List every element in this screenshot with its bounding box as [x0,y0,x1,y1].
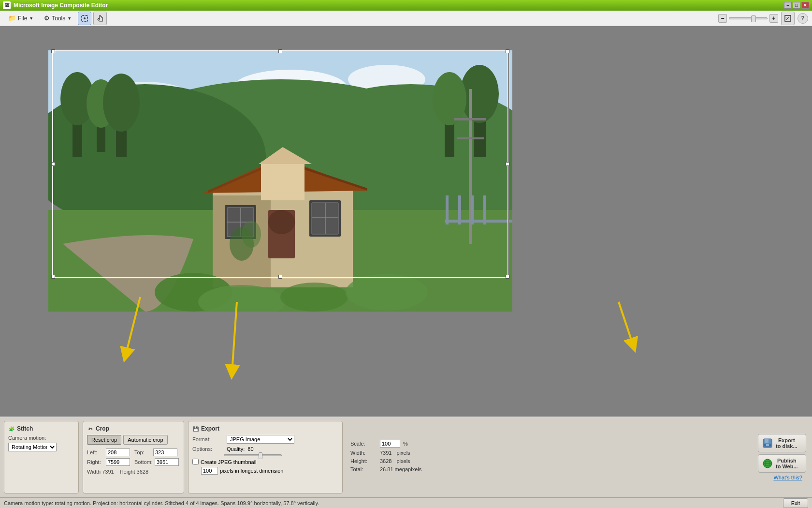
crop-width-label: Width 7391 [87,469,114,475]
svg-line-58 [232,302,237,372]
menubar: 📁 File ▼ ⚙ Tools ▼ − + [0,11,812,26]
quality-value: 80 [247,446,253,452]
output-height-row: Height: 3628 pixels [350,458,421,464]
zoom-slider[interactable] [729,17,768,19]
crop-handle-middle-left[interactable] [51,162,55,166]
create-thumbnail-checkbox[interactable] [192,459,199,465]
hand-icon [96,15,104,22]
stitch-panel-title: 🧩 Stitch [8,425,74,432]
output-height-unit: pixels [396,458,410,464]
tools-icon: ⚙ [44,15,50,22]
toolbar-right: − + ? [718,12,808,25]
quality-slider-row [192,454,338,456]
select-tool-button[interactable] [78,12,91,25]
crop-height-label: Height 3628 [120,469,148,475]
crop-handle-top-left[interactable] [51,49,55,53]
crop-handle-middle-right[interactable] [506,162,509,166]
fit-to-window-button[interactable] [781,12,795,25]
crop-panel: ✂ Crop Reset crop Automatic crop Left: T… [83,421,184,493]
hand-tool-button[interactable] [93,12,107,25]
output-width-unit: pixels [396,450,410,456]
canvas-area[interactable] [0,26,812,416]
stitch-icon: 🧩 [8,425,15,432]
file-dropdown-icon: ▼ [29,16,33,21]
crop-handle-top-right[interactable] [506,49,509,53]
publish-to-web-button[interactable]: Publishto Web... [758,454,806,473]
export-disk-icon [762,438,773,448]
window-controls: − □ ✕ [784,2,809,9]
svg-rect-61 [765,439,768,443]
svg-rect-63 [766,444,769,446]
zoom-thumb[interactable] [751,15,756,22]
scale-label: Scale: [350,441,377,447]
scale-row: Scale: % [350,440,421,448]
left-input[interactable] [106,448,130,456]
status-text: Camera motion type: rotating motion. Pro… [4,500,319,506]
titlebar: 🖼 Microsoft Image Composite Editor − □ ✕ [0,0,812,11]
output-width-label: Width: [350,450,377,456]
export-to-disk-button[interactable]: Exportto disk... [758,434,806,452]
restore-button[interactable]: □ [793,2,800,9]
bottom-panels-container: 🧩 Stitch Camera motion: Rotating Motion … [0,417,812,497]
bottom-input[interactable] [155,458,179,466]
reset-crop-button[interactable]: Reset crop [87,435,121,445]
zoom-in-button[interactable]: + [769,14,778,23]
select-icon [81,15,88,22]
crop-size-row: Width 7391 Height 3628 [87,469,180,475]
top-field-pair: Top: [134,448,180,456]
export-info-panel: Scale: % Width: 7391 pixels Height: 3628… [347,421,425,493]
right-input[interactable] [106,458,130,466]
stitch-panel: 🧩 Stitch Camera motion: Rotating Motion … [4,421,79,493]
panorama-container [48,50,512,312]
close-button[interactable]: ✕ [801,2,809,9]
export-panel: 💾 Export Format: JPEG Image PNG Image TI… [188,421,343,493]
statusbar: Camera motion type: rotating motion. Pro… [0,497,812,508]
crop-overlay[interactable] [52,50,508,278]
zoom-control: − + [718,14,778,23]
export-icon: 💾 [192,425,199,432]
quality-slider[interactable] [224,454,282,456]
bottom-field-pair: Bottom: [134,458,180,466]
crop-handle-bottom-left[interactable] [51,275,55,279]
help-button[interactable]: ? [798,13,808,24]
svg-point-1 [84,17,86,19]
tools-dropdown-icon: ▼ [67,16,72,21]
crop-handle-top-center[interactable] [278,49,282,53]
spacer [429,421,754,493]
total-label: Total: [350,466,377,472]
title-icon: 🖼 [3,1,11,9]
whats-this-link[interactable]: What's this? [773,475,802,480]
quality-label-text: Quality: [227,446,245,452]
top-input[interactable] [153,448,177,456]
tools-menu[interactable]: ⚙ Tools ▼ [40,12,76,24]
svg-line-59 [619,302,633,345]
publish-to-web-label: Publishto Web... [776,458,798,469]
zoom-out-button[interactable]: − [718,14,727,23]
action-buttons-area: Exportto disk... Publishto Web... What's… [758,421,808,493]
crop-handle-bottom-right[interactable] [506,275,509,279]
minimize-button[interactable]: − [784,2,792,9]
scale-input[interactable] [380,440,400,448]
quality-row: Options: Quality: 80 [192,446,338,452]
crop-icon: ✂ [87,425,94,432]
output-height-label: Height: [350,458,377,464]
left-field-pair: Left: [87,448,132,456]
right-field-pair: Right: [87,458,132,466]
exit-button[interactable]: Exit [783,498,808,508]
crop-buttons-row: Reset crop Automatic crop [87,435,180,445]
file-menu[interactable]: 📁 File ▼ [4,12,38,24]
thumbnail-size-input[interactable] [201,467,218,475]
total-value: 26.81 megapixels [380,466,421,472]
scale-unit: % [403,441,408,447]
camera-motion-select-row: Rotating Motion Planar Motion Auto-detec… [8,443,74,451]
thumbnail-checkbox-row: Create JPEG thumbnail [192,459,338,465]
camera-motion-select[interactable]: Rotating Motion Planar Motion Auto-detec… [8,443,57,451]
output-height-value: 3628 [380,458,392,464]
app-title: Microsoft Image Composite Editor [14,2,108,9]
total-row: Total: 26.81 megapixels [350,466,421,472]
crop-handle-bottom-center[interactable] [278,275,282,279]
file-icon: 📁 [8,15,16,22]
automatic-crop-button[interactable]: Automatic crop [123,435,167,445]
format-select[interactable]: JPEG Image PNG Image TIFF Image [227,435,294,444]
quality-thumb[interactable] [259,452,262,459]
